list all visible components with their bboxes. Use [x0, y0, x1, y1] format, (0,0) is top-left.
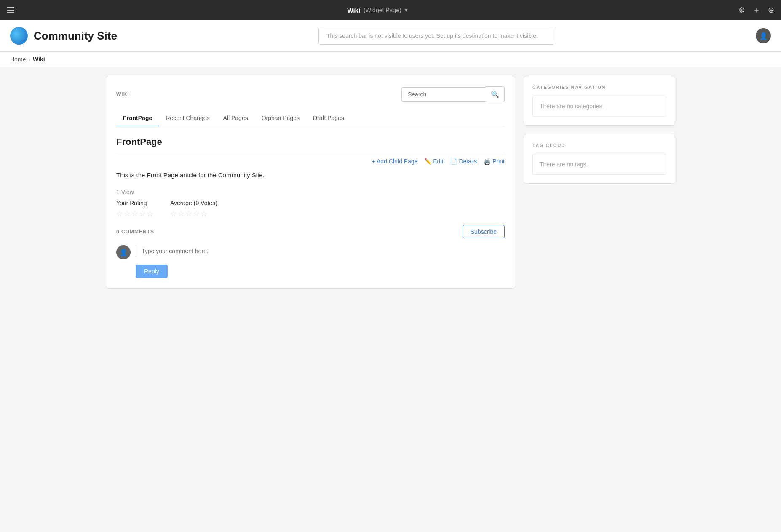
tab-draft-pages[interactable]: Draft Pages [306, 110, 351, 126]
top-bar-subtitle: (Widget Page) [364, 7, 401, 13]
comments-header: 0 COMMENTS Subscribe [116, 225, 505, 238]
main-layout: WIKI 🔍 FrontPage Recent Changes All Page… [96, 67, 685, 297]
star-3[interactable]: ☆ [131, 209, 138, 218]
average-stars: ☆ ☆ ☆ ☆ ☆ [170, 209, 217, 218]
tag-cloud-empty: There are no tags. [532, 154, 666, 175]
star-4[interactable]: ☆ [139, 209, 146, 218]
comment-input[interactable] [136, 245, 505, 257]
site-logo-area: Community Site [10, 27, 117, 45]
site-logo [10, 27, 28, 45]
edit-link[interactable]: ✏️ Edit [424, 158, 443, 165]
print-label: Print [492, 158, 505, 165]
edit-icon: ✏️ [424, 158, 431, 165]
top-bar: Wiki (Widget Page) ▾ ⚙ ＋ ⊕ [0, 0, 781, 20]
wiki-search-button[interactable]: 🔍 [486, 86, 505, 102]
settings-icon[interactable]: ⚙ [738, 5, 745, 15]
add-child-page-link[interactable]: + Add Child Page [372, 158, 418, 165]
print-link[interactable]: 🖨️ Print [484, 158, 505, 165]
page-title-section: FrontPage [116, 136, 505, 152]
your-rating-label: Your Rating [116, 200, 153, 206]
breadcrumb-home[interactable]: Home [10, 56, 26, 63]
top-bar-dropdown-arrow[interactable]: ▾ [405, 7, 407, 13]
average-rating-label: Average (0 Votes) [170, 200, 217, 206]
wiki-search-input[interactable] [401, 87, 486, 102]
details-label: Details [459, 158, 477, 165]
avg-star-1: ☆ [170, 209, 177, 218]
comment-avatar: 👤 [116, 245, 131, 259]
categories-title: CATEGORIES NAVIGATION [532, 85, 666, 90]
user-icon: 👤 [759, 32, 768, 40]
details-link[interactable]: 📄 Details [450, 158, 477, 165]
wiki-search-area: 🔍 [401, 86, 505, 102]
tab-orphan-pages[interactable]: Orphan Pages [255, 110, 306, 126]
globe-icon[interactable]: ⊕ [768, 5, 774, 15]
avg-star-4: ☆ [193, 209, 200, 218]
breadcrumb-separator: › [28, 56, 30, 63]
avg-star-3: ☆ [185, 209, 192, 218]
tab-recent-changes[interactable]: Recent Changes [159, 110, 216, 126]
right-sidebar: CATEGORIES NAVIGATION There are no categ… [524, 76, 675, 289]
top-bar-center: Wiki (Widget Page) ▾ [347, 7, 407, 14]
breadcrumb: Home › Wiki [0, 52, 781, 67]
views-label: 1 View [116, 189, 505, 195]
add-icon[interactable]: ＋ [753, 5, 760, 15]
tab-frontpage[interactable]: FrontPage [116, 110, 159, 126]
reply-button[interactable]: Reply [136, 265, 168, 278]
tag-cloud-title: TAG CLOUD [532, 143, 666, 148]
page-title: FrontPage [116, 136, 505, 147]
print-icon: 🖨️ [484, 158, 491, 165]
tab-all-pages[interactable]: All Pages [217, 110, 255, 126]
site-title: Community Site [34, 29, 117, 43]
top-bar-left [7, 5, 16, 15]
star-2[interactable]: ☆ [124, 209, 131, 218]
edit-label: Edit [433, 158, 443, 165]
top-bar-right: ⚙ ＋ ⊕ [738, 5, 774, 15]
subscribe-button[interactable]: Subscribe [463, 225, 505, 238]
comment-input-area: 👤 [116, 245, 505, 259]
breadcrumb-wiki[interactable]: Wiki [33, 56, 45, 63]
page-content: This is the Front Page article for the C… [116, 171, 505, 179]
categories-section: CATEGORIES NAVIGATION There are no categ… [524, 76, 675, 126]
hamburger-menu-icon[interactable] [7, 5, 16, 15]
avg-star-5: ☆ [201, 209, 207, 218]
wiki-panel-header: WIKI 🔍 [116, 86, 505, 102]
rating-section: Your Rating ☆ ☆ ☆ ☆ ☆ Average (0 Votes) … [116, 200, 505, 218]
wiki-panel: WIKI 🔍 FrontPage Recent Changes All Page… [106, 76, 515, 289]
categories-empty: There are no categories. [532, 96, 666, 117]
comments-count: 0 COMMENTS [116, 229, 154, 235]
site-header: Community Site This search bar is not vi… [0, 20, 781, 52]
wiki-tabs: FrontPage Recent Changes All Pages Orpha… [116, 110, 505, 126]
star-1[interactable]: ☆ [116, 209, 123, 218]
avg-star-2: ☆ [178, 209, 185, 218]
user-avatar-button[interactable]: 👤 [756, 28, 771, 43]
action-bar: + Add Child Page ✏️ Edit 📄 Details 🖨️ Pr… [116, 158, 505, 165]
top-bar-title: Wiki [347, 7, 360, 14]
star-5[interactable]: ☆ [147, 209, 153, 218]
your-rating-group: Your Rating ☆ ☆ ☆ ☆ ☆ [116, 200, 153, 218]
your-rating-stars[interactable]: ☆ ☆ ☆ ☆ ☆ [116, 209, 153, 218]
search-bar-notice: This search bar is not visible to users … [318, 27, 554, 45]
average-rating-group: Average (0 Votes) ☆ ☆ ☆ ☆ ☆ [170, 200, 217, 218]
wiki-label: WIKI [116, 91, 129, 97]
tag-cloud-section: TAG CLOUD There are no tags. [524, 134, 675, 184]
avatar-icon: 👤 [119, 249, 128, 257]
details-icon: 📄 [450, 158, 457, 165]
